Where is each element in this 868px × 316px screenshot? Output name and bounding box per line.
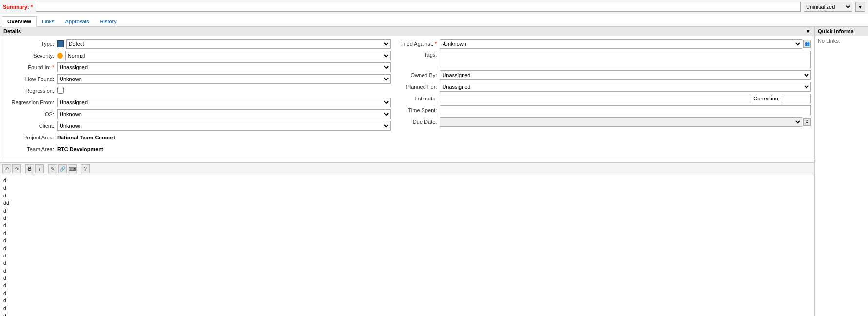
regression-value (57, 87, 391, 95)
client-select[interactable]: Unknown (57, 121, 391, 131)
content-area: Details ▼ Type: Defect Seve (0, 27, 814, 316)
summary-bar: Summary: * Uninitialized ▼ (0, 0, 868, 14)
toolbar-separator-3 (79, 165, 79, 173)
type-field-value: Defect (57, 39, 391, 49)
os-field-row: OS: Unknown (3, 109, 391, 119)
tags-field-row: Tags: (396, 51, 811, 68)
due-date-select[interactable] (440, 117, 802, 127)
toolbar-separator-2 (46, 165, 46, 173)
time-spent-value (440, 105, 811, 115)
team-area-static: RTC Development (57, 146, 103, 152)
tags-textarea[interactable] (440, 51, 811, 68)
how-found-value: Unknown (57, 74, 391, 84)
link-button[interactable]: 🔗 (58, 164, 67, 173)
time-spent-input[interactable] (440, 105, 811, 115)
details-header-label: Details (3, 28, 21, 34)
summary-input[interactable] (36, 2, 801, 12)
italic-button[interactable]: I (35, 164, 44, 173)
time-spent-field-row: Time Spent: (396, 105, 811, 115)
severity-field-row: Severity: Normal (3, 51, 391, 60)
project-area-value: Rational Team Concert (57, 135, 391, 140)
how-found-select[interactable]: Unknown (57, 74, 391, 84)
details-header: Details ▼ (0, 27, 814, 36)
client-label: Client: (3, 123, 57, 129)
summary-label: Summary: * (3, 4, 33, 10)
type-select[interactable]: Defect (66, 39, 391, 49)
help-button[interactable]: ? (81, 164, 90, 173)
found-in-label: Found In: * (3, 64, 57, 70)
team-area-value: RTC Development (57, 146, 391, 152)
regression-label: Regression: (3, 88, 57, 94)
filed-against-field-row: Filed Against: * -Unknown 👥 (396, 39, 811, 49)
tab-approvals[interactable]: Approvals (60, 16, 95, 26)
filed-against-select[interactable]: -Unknown (440, 39, 802, 49)
owned-by-select[interactable]: Unassigned (440, 70, 811, 80)
rt-toolbar: ↶ ↷ B I ✎ 🔗 ⌨ ? (0, 162, 814, 175)
tab-history[interactable]: History (95, 16, 122, 26)
quick-info-panel: Quick Informa No Links. (814, 27, 868, 316)
team-area-field-row: Team Area: RTC Development (3, 144, 391, 154)
bold-button[interactable]: B (25, 164, 34, 173)
project-area-static: Rational Team Concert (57, 135, 115, 140)
summary-label-text: Summary: (3, 4, 29, 10)
due-date-label: Due Date: (396, 119, 440, 125)
owned-by-field-row: Owned By: Unassigned (396, 70, 811, 80)
regression-from-value: Unassigned (57, 98, 391, 107)
redo-button[interactable]: ↷ (12, 164, 21, 173)
severity-select[interactable]: Normal (65, 51, 391, 60)
due-date-field-row: Due Date: ✕ (396, 117, 811, 127)
os-label: OS: (3, 111, 57, 117)
text-content-area[interactable]: dddddddddddddddddddd| (0, 175, 814, 316)
estimate-field-row: Estimate: Correction: (396, 94, 811, 103)
regression-checkbox[interactable] (57, 87, 64, 94)
os-value: Unknown (57, 109, 391, 119)
details-body: Type: Defect Severity: Normal (0, 36, 814, 159)
severity-icon (57, 53, 63, 59)
status-select[interactable]: Uninitialized (804, 2, 852, 12)
client-field-row: Client: Unknown (3, 121, 391, 131)
filed-against-value: -Unknown 👥 (440, 39, 811, 49)
regression-from-label: Regression From: (3, 99, 57, 105)
client-value: Unknown (57, 121, 391, 131)
filed-against-label: Filed Against: * (396, 41, 440, 47)
quick-info-body: No Links. (815, 36, 868, 46)
severity-label: Severity: (3, 53, 57, 59)
team-area-label: Team Area: (3, 146, 57, 152)
expand-button[interactable]: ▼ (855, 2, 865, 12)
main-layout: Details ▼ Type: Defect Seve (0, 27, 868, 316)
found-in-select[interactable]: Unassigned (57, 62, 391, 72)
details-collapse-icon[interactable]: ▼ (806, 28, 811, 34)
filed-against-browse-btn[interactable]: 👥 (803, 40, 811, 48)
owned-by-value: Unassigned (440, 70, 811, 80)
planned-for-value: Unassigned (440, 82, 811, 92)
found-in-field-row: Found In: * Unassigned (3, 62, 391, 72)
fields-left: Type: Defect Severity: Normal (3, 39, 391, 156)
tab-links[interactable]: Links (37, 16, 60, 26)
quick-info-header: Quick Informa (815, 27, 868, 36)
planned-for-label: Planned For: (396, 84, 440, 90)
project-area-field-row: Project Area: Rational Team Concert (3, 133, 391, 142)
project-area-label: Project Area: (3, 135, 57, 140)
planned-for-select[interactable]: Unassigned (440, 82, 811, 92)
severity-field-value: Normal (57, 51, 391, 60)
owned-by-label: Owned By: (396, 72, 440, 78)
found-in-value: Unassigned (57, 62, 391, 72)
undo-button[interactable]: ↶ (2, 164, 11, 173)
regression-field-row: Regression: (3, 86, 391, 96)
type-field-row: Type: Defect (3, 39, 391, 49)
os-select[interactable]: Unknown (57, 109, 391, 119)
due-date-clear-btn[interactable]: ✕ (803, 118, 811, 126)
tabs-bar: Overview Links Approvals History (0, 14, 868, 27)
table-button[interactable]: ⌨ (68, 164, 77, 173)
regression-from-select[interactable]: Unassigned (57, 98, 391, 107)
pencil-button[interactable]: ✎ (48, 164, 57, 173)
tab-overview[interactable]: Overview (2, 16, 37, 27)
tags-label: Tags: (396, 51, 440, 58)
estimate-value: Correction: (440, 94, 811, 103)
type-label: Type: (3, 41, 57, 47)
planned-for-field-row: Planned For: Unassigned (396, 82, 811, 92)
correction-input[interactable] (782, 94, 811, 103)
toolbar-separator-1 (23, 165, 23, 173)
estimate-input[interactable] (440, 94, 751, 103)
correction-label: Correction: (753, 96, 780, 101)
